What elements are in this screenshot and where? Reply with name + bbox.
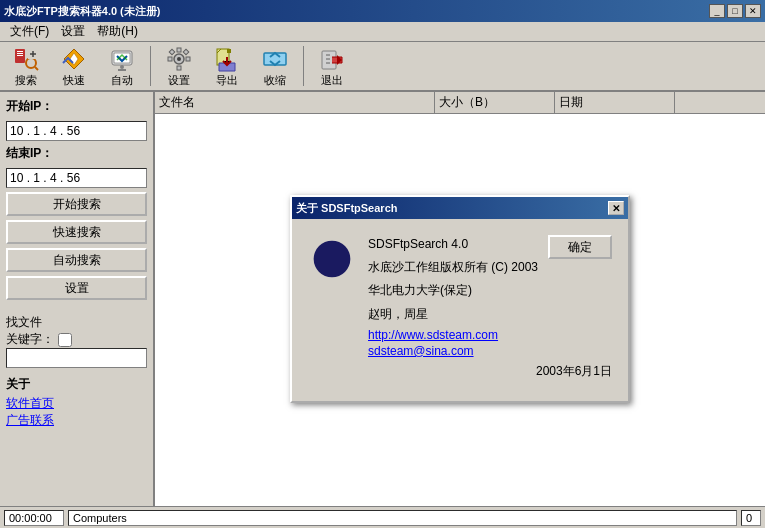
dialog-title-bar: 关于 SDSFtpSearch ✕ (292, 197, 628, 219)
auto-icon (108, 45, 136, 73)
start-ip-input[interactable] (6, 121, 147, 141)
close-button[interactable]: ✕ (745, 4, 761, 18)
settings-icon (165, 45, 193, 73)
menu-help[interactable]: 帮助(H) (91, 21, 144, 42)
search-icon (12, 45, 40, 73)
keyword-input[interactable] (6, 348, 147, 368)
maximize-button[interactable]: □ (727, 4, 743, 18)
export-icon (213, 45, 241, 73)
fast-icon (60, 45, 88, 73)
menu-bar: 文件(F) 设置 帮助(H) (0, 22, 765, 42)
about-dialog: 关于 SDSFtpSearch ✕ SDSFtpSearch 4.0 水底沙工作… (290, 195, 630, 403)
svg-rect-16 (186, 57, 190, 61)
toolbar-quit-label: 退出 (321, 73, 343, 88)
dialog-authors: 赵明，周星 (368, 305, 612, 324)
dialog-icon-area (308, 235, 356, 385)
toolbar-separator-2 (303, 46, 304, 86)
toolbar-separator-1 (150, 46, 151, 86)
toolbar-quit-button[interactable]: 退出 (310, 43, 354, 90)
keyword-label: 关键字： (6, 331, 54, 348)
main-area: 开始IP： 结束IP： 开始搜索 快速搜索 自动搜索 设置 找文件 关键字： 关… (0, 92, 765, 506)
toolbar-settings-label: 设置 (168, 73, 190, 88)
svg-line-5 (35, 67, 38, 70)
toolbar-search-button[interactable]: 搜索 (4, 43, 48, 90)
svg-rect-14 (177, 66, 181, 70)
toolbar-settings-button[interactable]: 设置 (157, 43, 201, 90)
find-file-label: 找文件 (6, 314, 147, 331)
moon-logo-icon (312, 239, 352, 279)
toolbar-fast-button[interactable]: 快速 (52, 43, 96, 90)
about-label: 关于 (6, 376, 147, 393)
svg-rect-18 (183, 49, 189, 55)
dialog-copyright: 水底沙工作组版权所有 (C) 2003 (368, 258, 612, 277)
toolbar-compress-label: 收缩 (264, 73, 286, 88)
toolbar-search-label: 搜索 (15, 73, 37, 88)
settings-panel-button[interactable]: 设置 (6, 276, 147, 300)
svg-rect-15 (168, 57, 172, 61)
auto-search-button[interactable]: 自动搜索 (6, 248, 147, 272)
about-section: 关于 软件首页 广告联系 (6, 376, 147, 429)
svg-rect-20 (227, 49, 231, 53)
status-time: 00:00:00 (4, 510, 64, 526)
dialog-email-link[interactable]: sdsteam@sina.com (368, 344, 612, 358)
svg-rect-10 (118, 69, 126, 71)
dialog-title: 关于 SDSFtpSearch (296, 201, 397, 216)
toolbar-export-label: 导出 (216, 73, 238, 88)
quit-icon (318, 45, 346, 73)
ad-contact-link[interactable]: 广告联系 (6, 412, 147, 429)
toolbar-compress-button[interactable]: 收缩 (253, 43, 297, 90)
svg-rect-13 (177, 48, 181, 52)
dialog-ok-button[interactable]: 确定 (548, 235, 612, 259)
dialog-body: SDSFtpSearch 4.0 水底沙工作组版权所有 (C) 2003 华北电… (292, 219, 628, 401)
keyword-checkbox[interactable] (58, 333, 72, 347)
compress-icon (261, 45, 289, 73)
svg-point-9 (120, 65, 124, 69)
svg-rect-3 (17, 55, 23, 56)
right-panel: 文件名 大小（B） 日期 关于 SDSFtpSearch ✕ (155, 92, 765, 506)
svg-rect-17 (169, 49, 175, 55)
svg-rect-2 (17, 53, 23, 54)
svg-point-12 (177, 57, 181, 61)
svg-rect-1 (17, 51, 23, 52)
svg-point-23 (314, 241, 351, 278)
toolbar-auto-button[interactable]: 自动 (100, 43, 144, 90)
status-bar: 00:00:00 Computers 0 (0, 506, 765, 528)
fast-search-button[interactable]: 快速搜索 (6, 220, 147, 244)
toolbar: 搜索 快速 自动 (0, 42, 765, 92)
end-ip-label: 结束IP： (6, 145, 147, 162)
start-ip-label: 开始IP： (6, 98, 147, 115)
status-count: 0 (741, 510, 761, 526)
window-controls: _ □ ✕ (709, 4, 761, 18)
dialog-website-link[interactable]: http://www.sdsteam.com (368, 328, 612, 342)
status-computers-label: Computers (68, 510, 737, 526)
keyword-row: 关键字： (6, 331, 147, 348)
minimize-button[interactable]: _ (709, 4, 725, 18)
menu-file[interactable]: 文件(F) (4, 21, 55, 42)
end-ip-input[interactable] (6, 168, 147, 188)
dialog-overlay: 关于 SDSFtpSearch ✕ SDSFtpSearch 4.0 水底沙工作… (155, 92, 765, 506)
svg-point-4 (26, 58, 36, 68)
window-title: 水底沙FTP搜索科器4.0 (未注册) (4, 4, 160, 19)
left-panel: 开始IP： 结束IP： 开始搜索 快速搜索 自动搜索 设置 找文件 关键字： 关… (0, 92, 155, 506)
toolbar-fast-label: 快速 (63, 73, 85, 88)
svg-rect-21 (264, 53, 286, 65)
dialog-university: 华北电力大学(保定) (368, 281, 612, 300)
dialog-date: 2003年6月1日 (368, 362, 612, 381)
start-search-button[interactable]: 开始搜索 (6, 192, 147, 216)
menu-settings[interactable]: 设置 (55, 21, 91, 42)
title-bar: 水底沙FTP搜索科器4.0 (未注册) _ □ ✕ (0, 0, 765, 22)
toolbar-export-button[interactable]: 导出 (205, 43, 249, 90)
toolbar-auto-label: 自动 (111, 73, 133, 88)
dialog-close-button[interactable]: ✕ (608, 201, 624, 215)
software-homepage-link[interactable]: 软件首页 (6, 395, 147, 412)
